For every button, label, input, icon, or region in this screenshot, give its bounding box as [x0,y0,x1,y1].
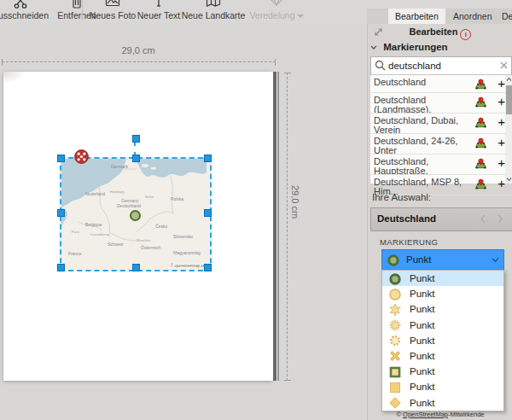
results-scrollbar[interactable] [505,75,512,184]
delete-badge-icon[interactable] [74,149,89,164]
marker-style-icon [388,396,402,410]
marker-style-option[interactable]: Punkt [382,301,503,317]
result-row[interactable]: Deutschland, Dubai, Verein + [370,114,512,134]
marker-style-label: Punkt [410,382,434,392]
veredelung-caret-icon [297,15,304,18]
marker-style-option[interactable]: Punkt [382,348,503,364]
show-on-map-pin-icon[interactable] [474,116,487,129]
horizontal-measure-label: 29,0 cm [0,45,276,55]
selected-marker-style-label: Punkt [406,254,431,265]
resize-handle-top[interactable] [132,155,140,162]
result-label: Deutschland [370,75,512,89]
show-on-map-pin-icon[interactable] [474,137,487,149]
marker-search [370,56,512,76]
selected-marker-style-icon [387,254,400,267]
marker-style-icon [388,288,402,301]
add-marker-button[interactable]: + [497,114,505,129]
scissors-icon [13,0,28,9]
marker-style-icon [388,334,402,347]
resize-handle-bottom-right[interactable] [204,264,212,271]
marker-style-icon [388,381,402,394]
section-markierungen[interactable]: Markierungen [370,42,448,52]
scrollbar-thumb[interactable] [506,85,512,114]
marker-style-option[interactable]: Punkt [382,379,503,394]
result-label: Deutschland (Landmasse), [370,93,512,114]
marker-style-option[interactable]: Punkt [382,333,503,348]
svg-text:Danmark: Danmark [111,164,129,169]
selected-marker-name: Deutschland [377,213,436,224]
svg-text:Hamburg: Hamburg [110,190,124,194]
result-row[interactable]: Deutschland, Hauptstraße, + [370,155,512,175]
show-on-map-pin-icon[interactable] [474,157,487,170]
search-input[interactable] [388,57,492,73]
osm-attribution: © OpenStreetMap-Mitwirkende [368,411,512,418]
marker-style-icon [388,272,402,286]
panel-title: Bearbeiteni [368,26,512,39]
marker-style-icon [388,365,402,379]
panel-tabbar: Bearbeiten Anordnen Dekorieren [367,9,512,24]
marker-style-option[interactable]: Punkt [382,395,503,411]
result-row[interactable]: Deutschland + [370,75,512,93]
svg-text:München: München [137,238,150,242]
result-row[interactable]: Deutschland (Landmasse), + [370,93,512,114]
selected-marker-bar[interactable]: Deutschland [370,207,512,231]
add-marker-button[interactable]: + [497,155,505,170]
marker-style-option[interactable]: Punkt [382,286,503,301]
canvas-area: 29,0 cm 29,0 cm DanmarkNederlandHamburgB… [0,23,367,420]
marker-style-label: Punkt [410,335,434,346]
svg-text:Slovensko: Slovensko [173,234,193,239]
info-icon[interactable]: i [460,29,471,40]
marker-style-option[interactable]: Punkt [382,271,503,286]
show-on-map-pin-icon[interactable] [474,78,487,90]
resize-handle-bottom-left[interactable] [57,264,65,271]
resize-handle-top-right[interactable] [204,155,212,162]
veredelung-button[interactable]: Veredelung [249,0,304,23]
marker-style-option[interactable]: Punkt [382,364,503,379]
marker-style-label: Punkt [410,398,434,408]
add-marker-button[interactable]: + [497,76,505,90]
tab-bearbeiten[interactable]: Bearbeiten [388,9,445,24]
new-photo-button[interactable]: Neues Foto [88,0,137,23]
collapse-chevron-icon [370,44,377,50]
map-icon [206,0,222,8]
next-selection-icon[interactable] [497,214,503,224]
tab-anordnen[interactable]: Anordnen [446,9,499,24]
scroll-down-icon[interactable] [506,177,512,182]
tab-dekorieren[interactable]: Dekorieren [495,9,512,24]
marker-style-label: Punkt [410,351,434,361]
show-on-map-pin-icon[interactable] [474,178,487,190]
marker-style-option[interactable]: Punkt [382,318,503,333]
new-text-button[interactable]: Neuer Text [135,0,183,23]
resize-handle-right[interactable] [204,209,212,217]
svg-text:Česko: Česko [155,224,167,229]
new-map-button[interactable]: Neue Landkarte [179,0,247,23]
marker-style-label: Punkt [410,289,434,299]
page-curl [3,72,26,84]
svg-text:Österreich: Österreich [141,245,160,250]
resize-handle-bottom[interactable] [132,264,140,271]
result-row[interactable]: Deutschland, 24-26, Unter + [370,134,512,155]
search-results: Deutschland + Deutschland (Landmasse), +… [370,74,512,184]
svg-text:France: France [68,251,82,256]
prev-selection-icon[interactable] [480,214,486,224]
resize-handle-top-left[interactable] [57,155,65,162]
cut-button[interactable]: Ausschneiden [0,0,49,23]
svg-text:Berlin: Berlin [145,195,154,199]
show-on-map-pin-icon[interactable] [474,96,487,108]
vertical-measure-line [287,73,288,381]
add-marker-button[interactable]: + [497,135,505,149]
add-marker-button[interactable]: + [497,176,505,190]
marker-style-dropdown[interactable]: Punkt [381,249,504,271]
resize-handle-left[interactable] [57,209,65,217]
punkt-marker-on-map [130,210,141,221]
clear-search-icon[interactable] [499,61,509,70]
osm-link[interactable]: OpenStreetMap [403,411,448,418]
vertical-measure-label: 29,0 cm [290,185,300,219]
rotation-handle[interactable] [132,135,140,143]
page-stack-edge [272,72,280,381]
map-element[interactable]: DanmarkNederlandHamburgBerlinGermanyDeut… [60,157,212,271]
add-marker-button[interactable]: + [497,94,505,108]
map-inline-credit: © openstreetmap.org [170,264,207,268]
scroll-up-icon[interactable] [506,77,512,82]
diamond-icon [270,0,283,6]
